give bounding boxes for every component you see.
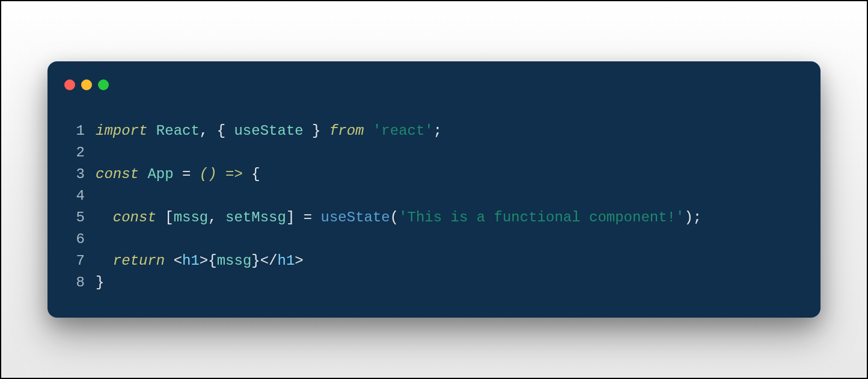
line-number: 4 <box>67 185 85 207</box>
code-line: 5 const [mssg, setMssg] = useState('This… <box>67 207 801 229</box>
line-number: 8 <box>67 272 85 294</box>
line-content: import React, { useState } from 'react'; <box>96 120 442 142</box>
line-number: 1 <box>67 120 85 142</box>
code-line: 3 const App = () => { <box>67 164 801 185</box>
code-line: 1 import React, { useState } from 'react… <box>67 120 801 142</box>
line-content: const App = () => { <box>96 164 260 185</box>
code-editor-window: 1 import React, { useState } from 'react… <box>47 61 821 318</box>
line-number: 6 <box>67 229 85 250</box>
line-number: 5 <box>67 207 85 229</box>
line-content: const [mssg, setMssg] = useState('This i… <box>96 207 701 229</box>
line-content: } <box>96 272 104 294</box>
line-number: 3 <box>67 164 85 185</box>
line-number: 2 <box>67 142 85 164</box>
code-area[interactable]: 1 import React, { useState } from 'react… <box>67 120 801 294</box>
minimize-icon[interactable] <box>81 79 92 90</box>
window-controls <box>64 79 801 90</box>
close-icon[interactable] <box>64 79 75 90</box>
code-line: 4 <box>67 185 801 207</box>
code-line: 2 <box>67 142 801 164</box>
line-number: 7 <box>67 250 85 272</box>
maximize-icon[interactable] <box>98 79 109 90</box>
code-line: 7 return <h1>{mssg}</h1> <box>67 250 801 272</box>
code-line: 8 } <box>67 272 801 294</box>
code-line: 6 <box>67 229 801 250</box>
line-content: return <h1>{mssg}</h1> <box>96 250 304 272</box>
